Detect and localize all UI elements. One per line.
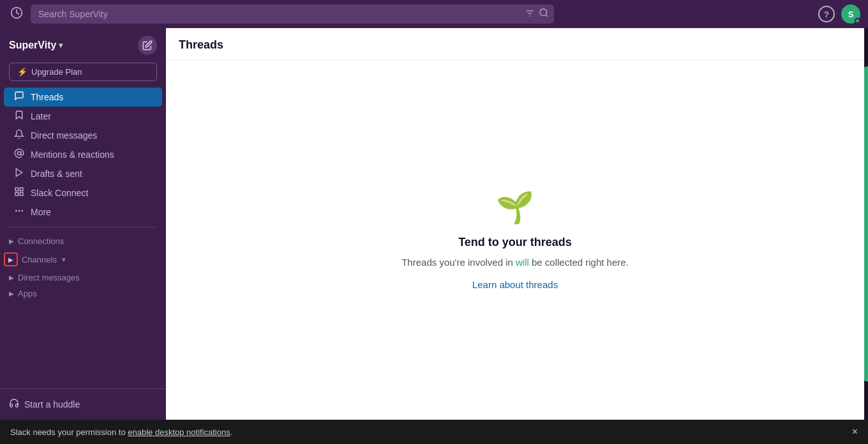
topbar: ? S (0, 0, 868, 28)
sidebar-item-slack-connect[interactable]: Slack Connect (4, 183, 162, 203)
dm-icon (13, 129, 26, 142)
seedling-icon: 🌱 (496, 190, 534, 226)
sidebar-item-more[interactable]: More (4, 203, 162, 222)
learn-about-threads-link[interactable]: Learn about threads (472, 279, 558, 290)
sidebar-item-mentions[interactable]: Mentions & reactions (4, 145, 162, 164)
content-area: Threads 🌱 Tend to your threads Threads y… (166, 28, 864, 420)
empty-state-title: Tend to your threads (458, 236, 572, 249)
sidebar-item-connections[interactable]: ▶ Connections (0, 233, 166, 249)
upgrade-label: Upgrade Plan (31, 67, 82, 77)
more-icon (13, 206, 26, 218)
dm-section-chevron-icon: ▶ (9, 274, 14, 281)
upgrade-icon: ⚡ (17, 67, 27, 77)
svg-marker-7 (16, 169, 22, 176)
svg-rect-10 (20, 192, 23, 195)
sidebar-item-apps[interactable]: ▶ Apps (0, 285, 166, 301)
svg-point-13 (22, 210, 22, 211)
drafts-icon (13, 167, 26, 180)
start-huddle-button[interactable]: Start a huddle (9, 395, 157, 413)
connections-chevron-icon: ▶ (9, 238, 14, 245)
workspace-name[interactable]: SuperVity ▾ (9, 40, 63, 51)
empty-state: 🌱 Tend to your threads Threads you're in… (166, 60, 864, 420)
sidebar-item-more-label: More (31, 207, 51, 217)
notification-text-after: . (230, 427, 233, 437)
sidebar-item-dm-label: Direct messages (31, 130, 97, 141)
topbar-right: ? S (818, 4, 860, 24)
connections-label: Connections (18, 236, 64, 246)
sidebar-item-threads[interactable]: Threads (4, 88, 162, 107)
svg-line-5 (546, 15, 548, 17)
svg-point-12 (19, 210, 19, 211)
huddle-label: Start a huddle (24, 399, 80, 410)
workspace-chevron-icon: ▾ (59, 41, 63, 50)
svg-rect-8 (15, 188, 19, 191)
history-icon[interactable] (8, 4, 26, 25)
later-icon (13, 110, 26, 123)
sidebar-item-drafts-label: Drafts & sent (31, 169, 82, 179)
dm-section-label: Direct messages (18, 273, 80, 282)
empty-desc-text-2: be collected right here. (529, 257, 629, 268)
svg-rect-11 (15, 192, 19, 195)
empty-desc-highlight: will (516, 257, 529, 268)
svg-point-4 (540, 9, 547, 16)
avatar[interactable]: S (841, 4, 860, 24)
sidebar-item-later-label: Later (31, 111, 51, 121)
svg-rect-9 (20, 188, 23, 191)
slack-connect-icon (13, 187, 26, 199)
huddle-icon (9, 398, 19, 411)
filter-icon[interactable] (525, 8, 535, 20)
help-icon[interactable]: ? (818, 6, 835, 22)
channels-label: Channels (22, 255, 57, 264)
channels-chevron-icon: ▾ (62, 256, 66, 264)
empty-desc-text-1: Threads you're involved in (401, 257, 516, 268)
workspace-header: SuperVity ▾ (0, 28, 166, 60)
channels-expand-button[interactable]: ▶ (4, 252, 18, 266)
mentions-icon (13, 148, 26, 161)
sidebar-item-channels[interactable]: ▶ Channels ▾ (0, 249, 166, 269)
notification-text: Slack needs your permission to enable de… (10, 427, 232, 437)
svg-point-14 (16, 210, 17, 211)
sidebar-item-slack-connect-label: Slack Connect (31, 188, 88, 198)
sidebar-item-drafts[interactable]: Drafts & sent (4, 164, 162, 183)
enable-notifications-link[interactable]: enable desktop notifications (128, 427, 230, 437)
apps-chevron-icon: ▶ (9, 290, 14, 297)
main-layout: SuperVity ▾ ⚡ Upgrade Plan Threads Later (0, 28, 868, 420)
sidebar-section-direct-messages[interactable]: ▶ Direct messages (0, 269, 166, 285)
threads-icon (13, 91, 26, 103)
search-icon[interactable] (539, 8, 549, 20)
sidebar-item-later[interactable]: Later (4, 107, 162, 126)
notification-text-before: Slack needs your permission to (10, 427, 128, 437)
sidebar-item-mentions-label: Mentions & reactions (31, 149, 114, 160)
search-input[interactable] (31, 4, 554, 24)
nav-divider-1 (9, 227, 157, 227)
notification-bar: Slack needs your permission to enable de… (0, 420, 868, 444)
online-indicator (855, 18, 860, 24)
search-bar (31, 4, 554, 24)
right-accent-bar (864, 66, 868, 381)
sidebar-bottom: Start a huddle (0, 388, 166, 420)
page-title: Threads (166, 28, 864, 60)
apps-label: Apps (18, 289, 37, 298)
workspace-title-text: SuperVity (9, 40, 56, 51)
sidebar-item-direct-messages[interactable]: Direct messages (4, 126, 162, 145)
empty-state-description: Threads you're involved in will be colle… (401, 256, 629, 270)
compose-button[interactable] (138, 36, 157, 55)
sidebar-item-threads-label: Threads (31, 92, 63, 102)
svg-point-6 (17, 151, 20, 155)
upgrade-plan-button[interactable]: ⚡ Upgrade Plan (9, 63, 157, 81)
sidebar: SuperVity ▾ ⚡ Upgrade Plan Threads Later (0, 28, 166, 420)
search-icons (525, 8, 549, 20)
notification-close-button[interactable]: × (852, 426, 858, 438)
